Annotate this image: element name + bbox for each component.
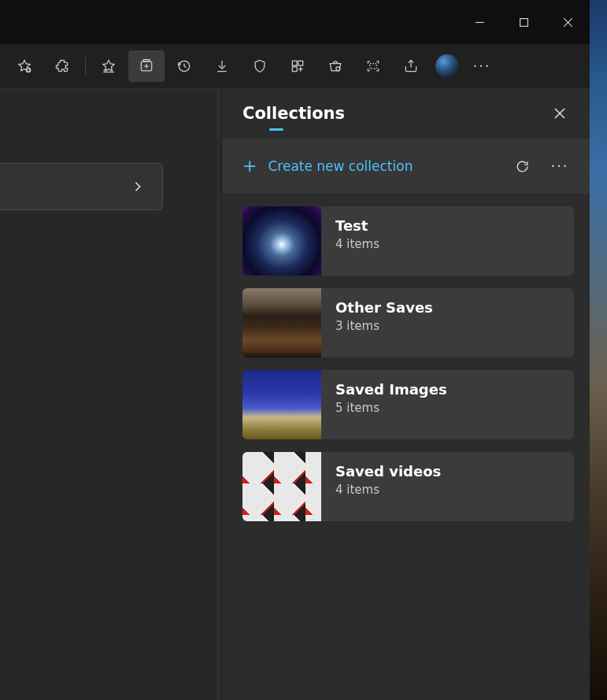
more-icon: ··· bbox=[472, 59, 490, 73]
add-favorite-button[interactable] bbox=[6, 50, 43, 82]
svg-rect-1 bbox=[520, 18, 527, 26]
collections-panel: Collections + Create new collection ··· bbox=[221, 88, 590, 700]
shopping-button[interactable] bbox=[317, 50, 353, 82]
apps-button[interactable] bbox=[279, 50, 316, 82]
share-button[interactable] bbox=[393, 50, 429, 82]
window-close-button[interactable] bbox=[546, 0, 590, 44]
window-titlebar bbox=[0, 0, 590, 44]
favorites-button[interactable] bbox=[91, 50, 127, 82]
panel-actions-bar: + Create new collection ··· bbox=[222, 139, 590, 194]
history-button[interactable] bbox=[166, 50, 202, 82]
collection-count: 4 items bbox=[335, 237, 379, 251]
collection-thumbnail bbox=[242, 452, 321, 521]
chevron-right-icon bbox=[132, 181, 143, 192]
window-maximize-button[interactable] bbox=[502, 0, 546, 44]
svg-rect-15 bbox=[298, 61, 303, 65]
collection-name: Test bbox=[335, 217, 379, 234]
collection-item[interactable]: Other Saves 3 items bbox=[242, 288, 574, 357]
collection-count: 5 items bbox=[335, 401, 447, 415]
collection-item[interactable]: Saved videos 4 items bbox=[242, 452, 574, 521]
svg-rect-14 bbox=[292, 61, 297, 65]
collection-count: 4 items bbox=[335, 483, 441, 497]
profile-avatar[interactable] bbox=[435, 54, 459, 78]
create-collection-label: Create new collection bbox=[268, 158, 413, 174]
more-icon: ··· bbox=[550, 159, 568, 173]
browser-toolbar: ··· bbox=[0, 44, 590, 88]
window-minimize-button[interactable] bbox=[457, 0, 502, 44]
page-nav-card[interactable] bbox=[0, 163, 163, 210]
plus-icon: + bbox=[242, 157, 257, 175]
screenshot-button[interactable] bbox=[355, 50, 391, 82]
svg-rect-10 bbox=[143, 60, 150, 62]
collection-name: Saved videos bbox=[335, 463, 441, 480]
collection-thumbnail bbox=[242, 288, 321, 357]
collection-name: Saved Images bbox=[335, 381, 447, 398]
svg-rect-16 bbox=[292, 67, 297, 72]
collection-item[interactable]: Saved Images 5 items bbox=[242, 370, 574, 439]
page-surface bbox=[0, 92, 217, 700]
extensions-button[interactable] bbox=[44, 50, 80, 82]
settings-more-button[interactable]: ··· bbox=[464, 50, 500, 82]
downloads-button[interactable] bbox=[204, 50, 240, 82]
collection-name: Other Saves bbox=[335, 299, 433, 316]
collection-list: Test 4 items Other Saves 3 items Saved I… bbox=[222, 194, 590, 521]
collection-thumbnail bbox=[242, 206, 321, 276]
desktop-wallpaper-edge bbox=[590, 0, 607, 700]
create-collection-button[interactable]: + Create new collection bbox=[242, 157, 413, 175]
collections-button[interactable] bbox=[128, 50, 165, 82]
panel-title: Collections bbox=[242, 104, 345, 123]
security-button[interactable] bbox=[242, 50, 278, 82]
collection-count: 3 items bbox=[335, 319, 433, 333]
collection-item[interactable]: Test 4 items bbox=[242, 206, 574, 276]
content-area: Collections + Create new collection ··· bbox=[0, 88, 590, 700]
collection-thumbnail bbox=[242, 370, 321, 439]
panel-header: Collections bbox=[222, 88, 590, 139]
refresh-button[interactable] bbox=[508, 152, 536, 180]
toolbar-separator bbox=[85, 57, 86, 75]
panel-more-button[interactable]: ··· bbox=[546, 152, 574, 180]
panel-close-button[interactable] bbox=[547, 101, 572, 126]
svg-rect-20 bbox=[370, 64, 376, 69]
